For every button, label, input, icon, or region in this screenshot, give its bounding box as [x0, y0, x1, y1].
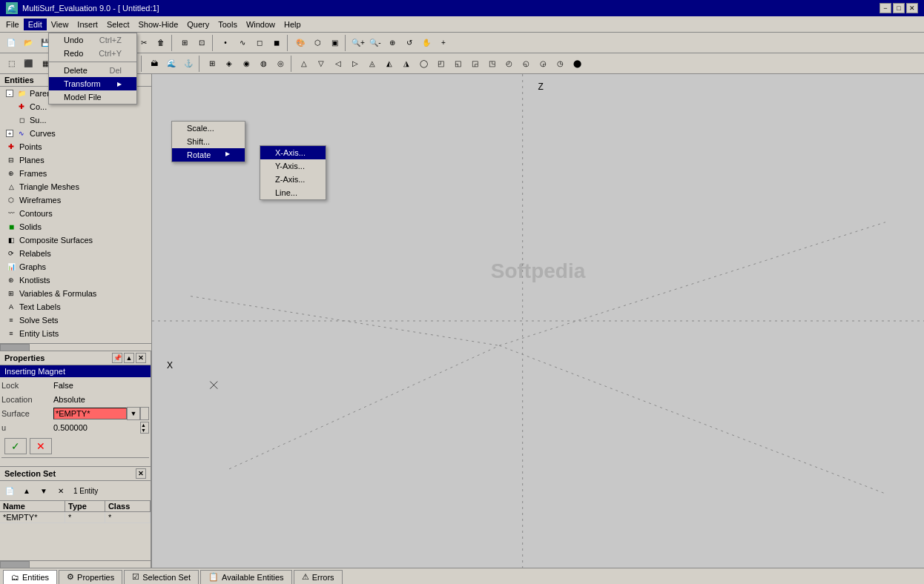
- menu-modelfile[interactable]: Model File: [49, 90, 136, 104]
- tab-entities[interactable]: 🗂 Entities: [3, 570, 57, 585]
- tb2-9[interactable]: 🏔: [146, 56, 162, 72]
- tree-variables[interactable]: ⊞ Variables & Formulas: [0, 287, 151, 300]
- tb2-24[interactable]: ◯: [415, 56, 432, 72]
- tb-new[interactable]: 📄: [3, 35, 19, 51]
- tb-delete[interactable]: 🗑: [153, 35, 169, 51]
- tb-pan[interactable]: ✋: [418, 35, 435, 51]
- tree-solids[interactable]: ◼ Solids: [0, 220, 151, 233]
- tb2-15[interactable]: ◍: [255, 56, 271, 72]
- minimize-button[interactable]: −: [880, 3, 891, 13]
- tb-wire[interactable]: ⬡: [309, 35, 326, 51]
- entities-content[interactable]: - 📁 Parents ✚ Co... ◻ Su... + ∿ Curves ✚…: [0, 87, 151, 343]
- props-close[interactable]: ✕: [136, 353, 146, 363]
- rotate-zaxis[interactable]: Z-Axis...: [260, 173, 326, 186]
- tb2-31[interactable]: ◶: [535, 56, 551, 72]
- u-scroll[interactable]: ▲▼: [140, 422, 149, 434]
- tree-contours[interactable]: 〰 Contours: [0, 207, 151, 220]
- menu-redo[interactable]: Redo Ctrl+Y: [49, 47, 136, 60]
- tb2-14[interactable]: ◉: [238, 56, 254, 72]
- menu-delete[interactable]: Delete Del: [49, 64, 136, 77]
- tb2-11[interactable]: ⚓: [180, 56, 197, 72]
- table-row[interactable]: *EMPTY* * *: [0, 512, 151, 523]
- tb2-25[interactable]: ◰: [432, 56, 449, 72]
- tb-grid[interactable]: ⊞: [176, 35, 193, 51]
- tb2-22[interactable]: ◭: [381, 56, 397, 72]
- menu-view[interactable]: View: [47, 19, 73, 30]
- maximize-button[interactable]: □: [893, 3, 905, 13]
- props-up[interactable]: ▲: [124, 353, 134, 363]
- confirm-button[interactable]: ✓: [4, 438, 27, 454]
- submenu-rotate[interactable]: Rotate ▶: [172, 148, 245, 162]
- tree-wireframes[interactable]: ⬡ Wireframes: [0, 193, 151, 207]
- tb2-30[interactable]: ◵: [518, 56, 534, 72]
- tb2-27[interactable]: ◲: [466, 56, 483, 72]
- tb-plus[interactable]: +: [435, 35, 452, 51]
- menu-transform[interactable]: Transform ▶: [49, 77, 136, 90]
- tb2-33[interactable]: ⬤: [569, 56, 585, 72]
- tb-render[interactable]: 🎨: [292, 35, 308, 51]
- menu-help[interactable]: Help: [280, 19, 306, 30]
- menu-edit[interactable]: Edit: [24, 19, 47, 30]
- tree-solvesets[interactable]: ≡ Solve Sets: [0, 313, 151, 327]
- tb2-28[interactable]: ◳: [484, 56, 500, 72]
- tree-expand-curves[interactable]: +: [6, 130, 13, 137]
- tab-available-entities[interactable]: 📋 Available Entities: [200, 570, 292, 585]
- tb2-13[interactable]: ◈: [221, 56, 237, 72]
- tb2-2[interactable]: ⬛: [20, 56, 36, 72]
- tb2-16[interactable]: ◎: [272, 56, 288, 72]
- rotate-xaxis[interactable]: X-Axis...: [260, 146, 326, 159]
- menu-select[interactable]: Select: [102, 19, 134, 30]
- close-button[interactable]: ✕: [906, 3, 918, 13]
- tb2-23[interactable]: ◮: [398, 56, 415, 72]
- surface-scroll[interactable]: [140, 407, 149, 420]
- tb-zoom-out[interactable]: 🔍-: [367, 35, 383, 51]
- tree-planes[interactable]: ⊟ Planes: [0, 153, 151, 167]
- tb-rotate-view[interactable]: ↺: [401, 35, 418, 51]
- tree-curves[interactable]: + ∿ Curves: [0, 127, 151, 140]
- tree-points[interactable]: ✚ Points: [0, 140, 151, 153]
- tab-properties[interactable]: ⚙ Properties: [59, 570, 122, 585]
- menu-show-hide[interactable]: Show-Hide: [133, 19, 182, 30]
- tab-errors[interactable]: ⚠ Errors: [294, 570, 343, 585]
- tb-solid[interactable]: ◼: [268, 35, 285, 51]
- menu-query[interactable]: Query: [182, 19, 214, 30]
- tb2-26[interactable]: ◱: [449, 56, 466, 72]
- submenu-scale[interactable]: Scale...: [172, 122, 245, 135]
- rotate-line[interactable]: Line...: [260, 186, 326, 199]
- surface-dropdown[interactable]: ▼: [127, 407, 140, 420]
- sel-down[interactable]: ▼: [36, 482, 52, 499]
- tb2-zoom[interactable]: ⊞: [204, 56, 220, 72]
- rotate-yaxis[interactable]: Y-Axis...: [260, 159, 326, 173]
- tb2-20[interactable]: ▷: [347, 56, 363, 72]
- tree-relabels[interactable]: ⟳ Relabels: [0, 247, 151, 260]
- tree-knotlists[interactable]: ⊛ Knotlists: [0, 273, 151, 287]
- tb2-1[interactable]: ⬚: [3, 56, 19, 72]
- props-pin[interactable]: 📌: [112, 353, 122, 363]
- prop-surface[interactable]: Surface ▼: [1, 407, 149, 420]
- tb2-19[interactable]: ◁: [330, 56, 346, 72]
- tb-zoom-in[interactable]: 🔍+: [350, 35, 366, 51]
- menu-window[interactable]: Window: [242, 19, 280, 30]
- tree-expand-parents[interactable]: -: [6, 90, 13, 97]
- tb2-32[interactable]: ◷: [552, 56, 568, 72]
- props-hscroll[interactable]: [1, 457, 149, 465]
- tree-composite[interactable]: ◧ Composite Surfaces: [0, 233, 151, 247]
- sel-new[interactable]: 📄: [1, 482, 18, 499]
- submenu-shift[interactable]: Shift...: [172, 135, 245, 148]
- tb-cut[interactable]: ✂: [136, 35, 152, 51]
- tb2-10[interactable]: 🌊: [163, 56, 179, 72]
- tb2-21[interactable]: ◬: [364, 56, 380, 72]
- tree-graphs[interactable]: 📊 Graphs: [0, 260, 151, 273]
- tree-entitylists[interactable]: ≡ Entity Lists: [0, 327, 151, 340]
- tb-point[interactable]: •: [217, 35, 234, 51]
- menu-file[interactable]: File: [1, 19, 24, 30]
- tree-frames[interactable]: ⊕ Frames: [0, 167, 151, 180]
- cancel-button[interactable]: ✕: [30, 438, 52, 454]
- tb2-29[interactable]: ◴: [501, 56, 517, 72]
- tree-su[interactable]: ◻ Su...: [0, 113, 151, 127]
- tb-open[interactable]: 📂: [20, 35, 36, 51]
- tb-snap[interactable]: ⊡: [194, 35, 210, 51]
- tb-shade[interactable]: ▣: [326, 35, 343, 51]
- menu-insert[interactable]: Insert: [73, 19, 102, 30]
- tb2-18[interactable]: ▽: [313, 56, 329, 72]
